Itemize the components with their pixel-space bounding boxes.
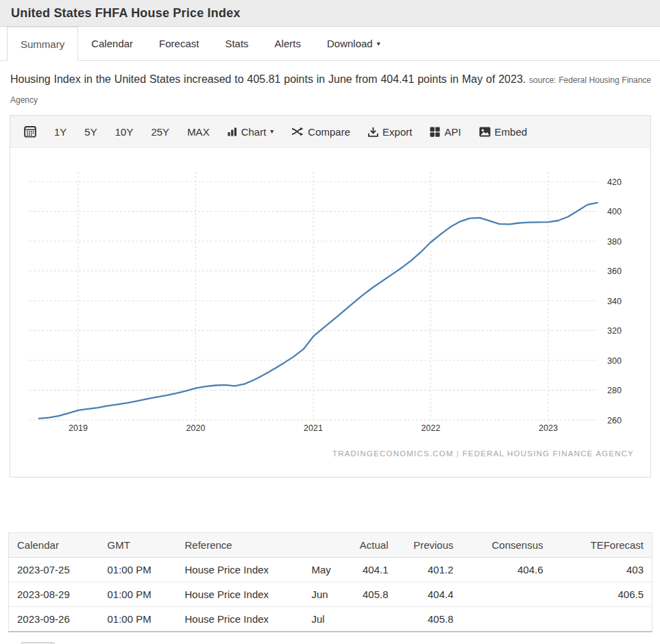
- svg-text:2019: 2019: [69, 423, 88, 433]
- table-cell: Jun: [304, 582, 345, 607]
- svg-text:300: 300: [607, 356, 622, 366]
- shuffle-icon: [291, 127, 304, 136]
- table-cell: 405.8: [397, 607, 462, 632]
- col-month: [304, 533, 345, 558]
- grid-icon: [430, 127, 440, 137]
- tab-calendar-label: Calendar: [91, 27, 133, 60]
- watermark: TRADINGECONOMICS.COM | FEDERAL HOUSING F…: [332, 449, 634, 458]
- chart-gridlines: [29, 172, 598, 420]
- svg-text:380: 380: [607, 237, 622, 247]
- table-cell: 405.8: [345, 582, 397, 607]
- table-cell: 2023-09-26: [9, 607, 99, 632]
- range-5y-button[interactable]: 5Y: [84, 126, 97, 138]
- tab-calendar[interactable]: Calendar: [78, 27, 146, 60]
- tab-forecast-label: Forecast: [159, 27, 199, 60]
- col-consensus: Consensus: [462, 533, 552, 558]
- svg-text:280: 280: [607, 386, 622, 395]
- col-previous: Previous: [397, 533, 462, 558]
- col-calendar: Calendar: [9, 533, 99, 558]
- table-cell: 403: [552, 558, 652, 582]
- table-cell: Jul: [304, 607, 345, 632]
- table-cell: 404.1: [345, 558, 397, 582]
- svg-text:320: 320: [607, 326, 622, 336]
- range-max-button[interactable]: MAX: [187, 126, 210, 138]
- summary-sentence: Housing Index in the United States incre…: [10, 73, 526, 85]
- range-10y-button[interactable]: 10Y: [115, 126, 134, 138]
- tab-stats[interactable]: Stats: [212, 27, 261, 60]
- svg-text:2021: 2021: [304, 423, 323, 433]
- table-cell: 406.5: [552, 582, 652, 607]
- tab-alerts-label: Alerts: [275, 27, 301, 60]
- col-teforecast: TEForecast: [552, 533, 652, 558]
- tab-download[interactable]: Download ▾: [314, 27, 393, 60]
- table-cell: [552, 607, 652, 632]
- table-cell: 2023-07-25: [9, 558, 99, 582]
- caret-down-icon: ▾: [270, 128, 273, 135]
- tab-forecast[interactable]: Forecast: [146, 27, 212, 60]
- api-button[interactable]: API: [430, 126, 461, 138]
- table-body: 2023-07-2501:00 PMHouse Price IndexMay40…: [9, 558, 652, 632]
- col-reference: Reference: [177, 533, 304, 558]
- y-axis-labels: 420400380360340320300280260: [607, 177, 622, 425]
- table-row: 2023-09-2601:00 PMHouse Price IndexJul40…: [9, 607, 652, 632]
- calendar-icon: [24, 125, 36, 138]
- table-cell: 401.2: [397, 558, 462, 582]
- download-icon: [368, 127, 378, 137]
- tab-alerts[interactable]: Alerts: [262, 27, 314, 60]
- table-row: 2023-08-2901:00 PMHouse Price IndexJun40…: [9, 582, 652, 607]
- table-cell: 01:00 PM: [99, 582, 177, 607]
- range-25y-button[interactable]: 25Y: [151, 126, 169, 138]
- embed-button[interactable]: Embed: [479, 126, 528, 138]
- table-row: 2023-07-2501:00 PMHouse Price IndexMay40…: [9, 558, 652, 582]
- table-cell: House Price Index: [177, 582, 304, 607]
- table-header-row: Calendar GMT Reference Actual Previous C…: [9, 533, 652, 558]
- chart-canvas[interactable]: 4204003803603403203002802602019202020212…: [10, 148, 649, 476]
- embed-label: Embed: [495, 126, 528, 138]
- export-button[interactable]: Export: [368, 126, 412, 138]
- svg-text:420: 420: [607, 177, 622, 187]
- chart-toolbar: 1Y 5Y 10Y 25Y MAX Chart ▾ Compare: [10, 116, 650, 148]
- page-header: United States FHFA House Price Index: [0, 0, 660, 27]
- table-cell: House Price Index: [177, 558, 304, 582]
- svg-text:340: 340: [607, 297, 622, 306]
- table-cell: 01:00 PM: [99, 558, 177, 582]
- tab-bar: Summary Calendar Forecast Stats Alerts D…: [0, 27, 660, 61]
- bar-chart-icon: [228, 127, 237, 136]
- chart-type-button[interactable]: Chart ▾: [228, 126, 274, 138]
- svg-text:360: 360: [607, 267, 622, 276]
- chart-type-label: Chart: [241, 126, 267, 138]
- chart-area: 4204003803603403203002802602019202020212…: [10, 148, 650, 477]
- export-label: Export: [382, 126, 412, 138]
- col-actual: Actual: [345, 533, 397, 558]
- tab-stats-label: Stats: [225, 27, 248, 60]
- col-gmt: GMT: [99, 533, 177, 558]
- compare-label: Compare: [308, 126, 350, 138]
- table-cell: House Price Index: [177, 607, 304, 632]
- image-icon: [479, 127, 491, 137]
- table-cell: [462, 582, 552, 607]
- table-cell: May: [304, 558, 345, 582]
- table-cell: [345, 607, 397, 632]
- range-1y-button[interactable]: 1Y: [54, 126, 66, 138]
- table-cell: 404.4: [397, 582, 462, 607]
- caret-down-icon: ▾: [377, 40, 380, 47]
- calendar-table: Calendar GMT Reference Actual Previous C…: [8, 532, 652, 632]
- table-cell: 2023-08-29: [9, 582, 99, 607]
- tab-summary-label: Summary: [21, 27, 64, 61]
- source-label: source:: [529, 75, 556, 85]
- svg-text:260: 260: [607, 416, 622, 425]
- svg-text:2022: 2022: [421, 423, 441, 433]
- chart-card: 1Y 5Y 10Y 25Y MAX Chart ▾ Compare: [10, 115, 651, 478]
- compare-button[interactable]: Compare: [291, 126, 350, 138]
- tab-download-label: Download: [327, 27, 373, 60]
- table-cell: 01:00 PM: [99, 607, 177, 632]
- svg-text:2023: 2023: [539, 423, 558, 433]
- api-label: API: [444, 126, 461, 138]
- table-cell: [462, 607, 552, 632]
- svg-text:2020: 2020: [186, 423, 206, 433]
- calendar-button[interactable]: [24, 125, 36, 138]
- tab-summary[interactable]: Summary: [7, 27, 78, 61]
- x-axis-labels: 20192020202120222023: [69, 423, 558, 433]
- table-cell: 404.6: [462, 558, 552, 582]
- price-line: [39, 203, 598, 419]
